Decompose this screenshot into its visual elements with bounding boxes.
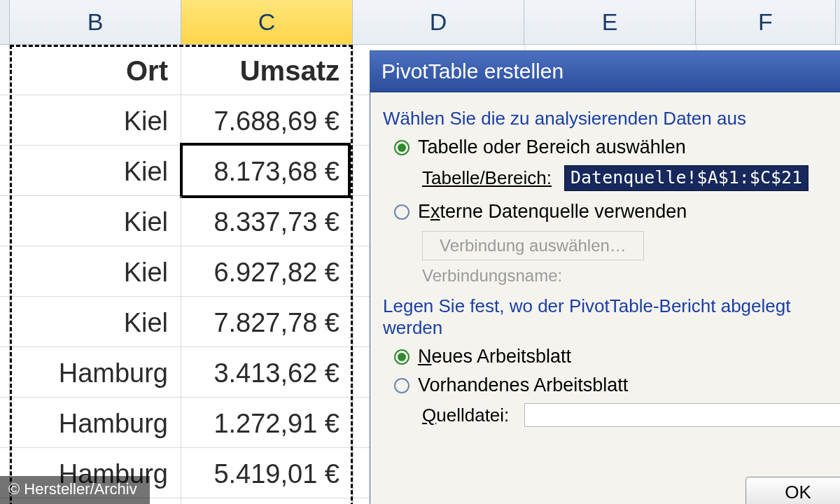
quelldatei-input[interactable]	[524, 403, 840, 427]
option-new-sheet[interactable]: Neues Arbeitsblatt	[394, 346, 840, 368]
cell-ort[interactable]: Kiel	[10, 146, 181, 195]
option-label: Tabelle oder Bereich auswählen	[418, 136, 686, 158]
column-header-row: B C D E F	[0, 0, 840, 45]
cell-ort[interactable]: Kiel	[10, 297, 181, 346]
range-input[interactable]: Datenquelle!$A$1:$C$21	[564, 165, 808, 191]
cell-header-umsatz[interactable]: Umsatz	[181, 45, 353, 94]
column-header-F[interactable]: F	[696, 0, 836, 44]
option-label: Vorhandenes Arbeitsblatt	[418, 374, 628, 396]
cell-ort[interactable]: Hamburg	[10, 347, 181, 397]
option-label: Externe Datenquelle verwenden	[418, 201, 687, 223]
option-existing-sheet[interactable]: Vorhandenes Arbeitsblatt	[394, 374, 840, 396]
cell-umsatz[interactable]: 8.337,73 €	[181, 196, 353, 246]
dialog-title: PivotTable erstellen	[370, 51, 840, 92]
option-table-range[interactable]: Tabelle oder Bereich auswählen	[394, 136, 840, 158]
cell-ort[interactable]: Kiel	[10, 95, 181, 145]
column-header-C[interactable]: C	[181, 0, 353, 44]
connection-name-label: Verbindungsname:	[422, 266, 840, 286]
choose-connection-button: Verbindung auswählen…	[422, 231, 644, 260]
cell-ort[interactable]: Hamburg	[10, 398, 181, 447]
quelldatei-label: Quelldatei:	[422, 405, 509, 426]
cell-ort[interactable]: Kiel	[10, 246, 181, 296]
cell-umsatz[interactable]: 3.413,62 €	[181, 347, 353, 397]
cell-umsatz[interactable]: 7.688,69 €	[181, 95, 353, 145]
radio-icon[interactable]	[394, 204, 410, 220]
cell-ort[interactable]: Kiel	[10, 196, 181, 246]
group-label-place: Legen Sie fest, wo der PivotTable-Berich…	[383, 295, 840, 339]
cell-umsatz[interactable]: 7.827,78 €	[181, 297, 353, 346]
pivottable-dialog: PivotTable erstellen Wählen Sie die zu a…	[370, 50, 840, 504]
cell-umsatz[interactable]: 6.927,82 €	[181, 246, 353, 296]
cell-umsatz[interactable]: 5.419,01 €	[181, 448, 353, 498]
image-credit: © Hersteller/Archiv	[0, 476, 150, 504]
range-label: Tabelle/Bereich:	[422, 167, 552, 189]
radio-icon[interactable]	[394, 378, 410, 393]
range-row: Tabelle/Bereich: Datenquelle!$A$1:$C$21	[422, 165, 840, 191]
column-header-B[interactable]: B	[10, 0, 181, 44]
radio-icon[interactable]	[394, 140, 410, 155]
radio-icon[interactable]	[394, 349, 410, 365]
group-label-data: Wählen Sie die zu analysierenden Daten a…	[383, 108, 840, 130]
quelldatei-row: Quelldatei:	[422, 403, 840, 427]
cell-umsatz[interactable]: 8.173,68 €	[181, 146, 353, 195]
ok-button[interactable]: OK	[746, 477, 840, 504]
cell-umsatz[interactable]: 9.342,21 €	[181, 498, 353, 504]
cell-header-ort[interactable]: Ort	[10, 45, 181, 94]
cell-umsatz[interactable]: 1.272,91 €	[181, 398, 353, 447]
column-header-D[interactable]: D	[353, 0, 524, 44]
column-header-E[interactable]: E	[524, 0, 696, 44]
option-label: Neues Arbeitsblatt	[418, 346, 571, 368]
option-external[interactable]: Externe Datenquelle verwenden	[394, 201, 840, 223]
